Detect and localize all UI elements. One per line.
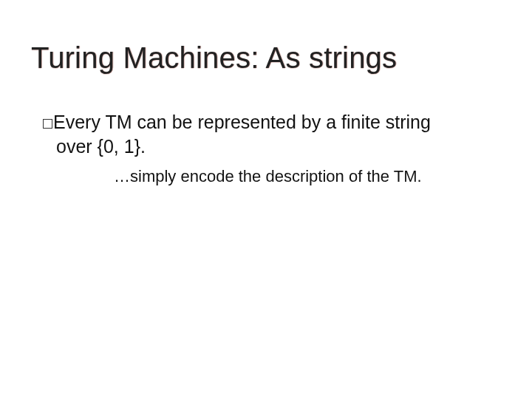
square-bullet-icon	[43, 119, 52, 129]
slide-title: Turing Machines: As strings	[31, 41, 397, 75]
bullet-line-1: Every TM can be represented by a finite …	[53, 112, 431, 132]
subnote-text: …simply encode the description of the TM…	[114, 167, 498, 186]
slide: Turing Machines: As strings Every TM can…	[0, 0, 532, 399]
bullet-line-2: over {0, 1}.	[56, 135, 486, 158]
body-text: Every TM can be represented by a finite …	[43, 111, 486, 159]
bullet-item: Every TM can be represented by a finite …	[43, 111, 486, 134]
